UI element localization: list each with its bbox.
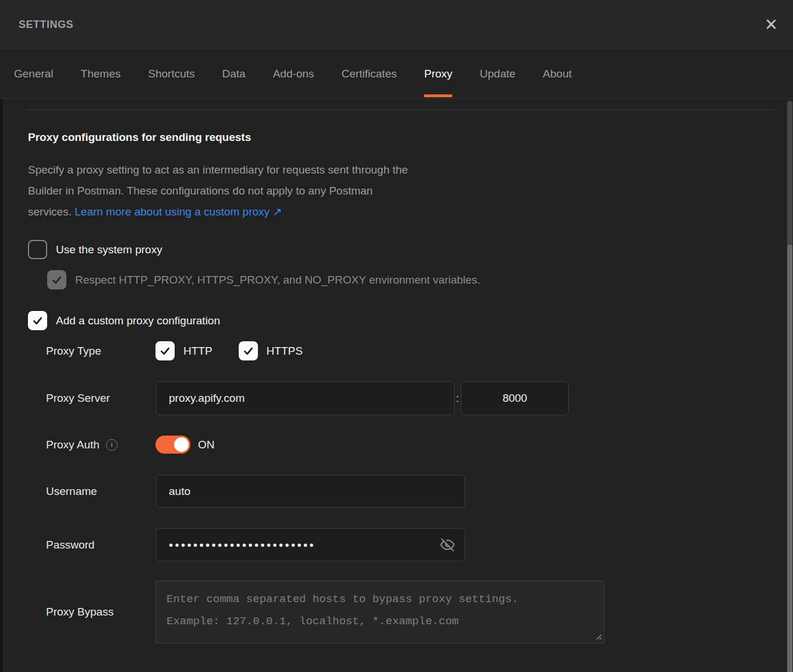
proxy-server-row: Proxy Server : — [28, 381, 793, 415]
section-heading: Proxy configurations for sending request… — [28, 131, 793, 144]
tab-proxy[interactable]: Proxy — [424, 49, 452, 98]
username-input[interactable] — [155, 475, 465, 508]
window-left-edge — [0, 99, 3, 672]
password-label: Password — [28, 539, 155, 551]
use-system-proxy-row: Use the system proxy — [28, 240, 793, 259]
proxy-type-options: HTTP HTTPS — [155, 341, 303, 360]
scrollbar-track[interactable] — [787, 101, 792, 672]
http-label: HTTP — [183, 345, 213, 358]
tab-add-ons[interactable]: Add-ons — [273, 49, 314, 98]
tab-general[interactable]: General — [14, 49, 54, 98]
proxy-server-label: Proxy Server — [28, 392, 155, 405]
add-custom-proxy-label: Add a custom proxy configuration — [56, 314, 220, 327]
respect-env-vars-checkbox — [47, 270, 66, 289]
checkmark-icon — [242, 345, 254, 357]
info-icon[interactable]: i — [106, 439, 118, 451]
proxy-type-label: Proxy Type — [28, 345, 155, 358]
respect-env-vars-row: Respect HTTP_PROXY, HTTPS_PROXY, and NO_… — [47, 270, 793, 289]
proxy-bypass-wrap — [155, 581, 604, 643]
https-checkbox[interactable] — [239, 341, 258, 360]
use-system-proxy-checkbox[interactable] — [28, 240, 47, 259]
settings-header: SETTINGS × — [0, 0, 793, 49]
proxy-host-input[interactable] — [155, 381, 455, 415]
checkmark-icon — [31, 314, 44, 327]
checkmark-icon — [159, 345, 171, 357]
add-custom-proxy-row: Add a custom proxy configuration — [28, 311, 793, 330]
password-masked-value: •••••••••••••••••••••••• — [169, 539, 316, 551]
tab-certificates[interactable]: Certificates — [341, 49, 396, 98]
settings-tabbar: General Themes Shortcuts Data Add-ons Ce… — [0, 49, 793, 99]
proxy-bypass-row: Proxy Bypass — [28, 581, 793, 643]
http-checkbox[interactable] — [155, 341, 175, 360]
use-system-proxy-label: Use the system proxy — [56, 243, 162, 256]
https-label: HTTPS — [267, 345, 303, 358]
proxy-auth-toggle[interactable] — [155, 436, 190, 454]
host-port-separator: : — [456, 392, 459, 405]
checkmark-icon — [51, 274, 63, 286]
proxy-type-row: Proxy Type HTTP HTTPS — [28, 341, 793, 360]
tab-data[interactable]: Data — [222, 49, 246, 98]
section-description: Specify a proxy setting to act as an int… — [28, 160, 793, 222]
proxy-port-input[interactable] — [461, 381, 569, 415]
dialog-title: SETTINGS — [19, 19, 73, 31]
description-line-3: services. — [28, 206, 75, 218]
close-icon[interactable]: × — [764, 16, 778, 33]
username-label: Username — [28, 485, 155, 498]
password-input[interactable]: •••••••••••••••••••••••• — [155, 528, 465, 561]
tab-themes[interactable]: Themes — [81, 49, 121, 98]
tab-about[interactable]: About — [543, 49, 572, 98]
section-divider — [28, 109, 774, 110]
scrollbar-thumb[interactable] — [787, 245, 792, 672]
tab-update[interactable]: Update — [480, 49, 515, 98]
proxy-auth-label: Proxy Auth i — [28, 438, 155, 451]
proxy-bypass-textarea[interactable] — [155, 581, 604, 643]
proxy-settings-panel: Proxy configurations for sending request… — [0, 109, 793, 643]
username-row: Username — [28, 475, 793, 508]
password-row: Password •••••••••••••••••••••••• — [28, 528, 793, 561]
add-custom-proxy-checkbox[interactable] — [28, 311, 47, 330]
eye-off-icon[interactable] — [438, 536, 456, 554]
toggle-knob — [174, 437, 189, 452]
proxy-auth-state: ON — [198, 438, 215, 451]
proxy-bypass-label: Proxy Bypass — [28, 606, 155, 618]
proxy-auth-label-text: Proxy Auth — [46, 438, 100, 451]
learn-more-link[interactable]: Learn more about using a custom proxy ↗ — [75, 206, 282, 218]
respect-env-vars-label: Respect HTTP_PROXY, HTTPS_PROXY, and NO_… — [75, 274, 480, 287]
description-line-2: Builder in Postman. These configurations… — [28, 185, 373, 197]
description-line-1: Specify a proxy setting to act as an int… — [28, 164, 408, 176]
tab-shortcuts[interactable]: Shortcuts — [148, 49, 194, 98]
proxy-auth-row: Proxy Auth i ON — [28, 436, 793, 454]
